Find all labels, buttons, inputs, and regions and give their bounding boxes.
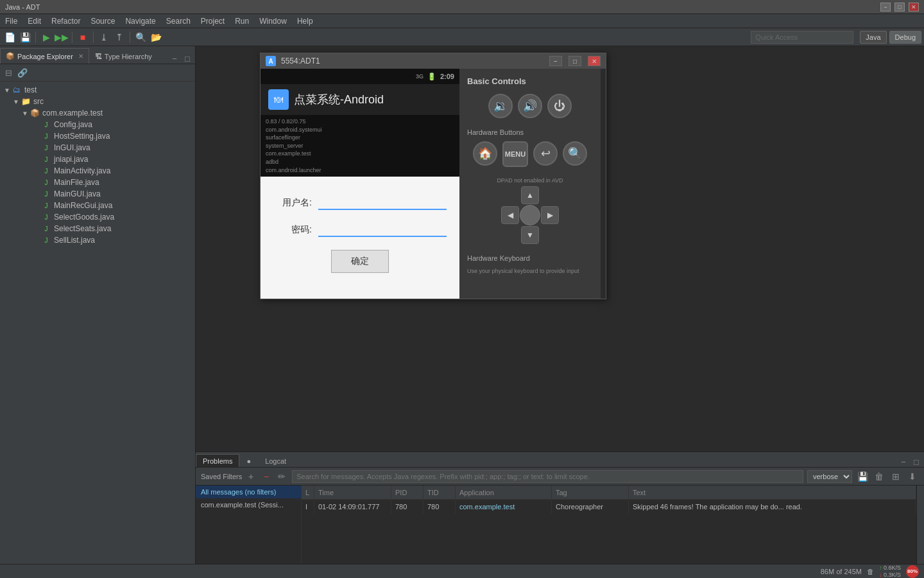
tree-node-src[interactable]: ▼ 📁 src (0, 96, 195, 107)
menu-project[interactable]: Project (196, 14, 230, 28)
link-with-editor-button[interactable]: 🔗 (17, 67, 28, 78)
tree-node-mainactivity[interactable]: J MainActivity.java (0, 165, 195, 177)
java-file-icon-selectgoods: J (41, 212, 51, 222)
node-label-jniapi: jniapi.java (54, 155, 88, 164)
debug-run-button[interactable]: ▶▶ (55, 30, 69, 44)
toolbar: 📄 💾 ▶ ▶▶ ■ ⤓ ⤒ 🔍 📂 Quick Access Java Deb… (0, 28, 924, 46)
controls-title: Basic Controls (467, 76, 593, 86)
stop-button[interactable]: ■ (76, 30, 90, 44)
prev-annotation-button[interactable]: ⤒ (112, 30, 126, 44)
minimize-panel-button[interactable]: − (169, 53, 180, 64)
logcat-scroll-button[interactable]: ⬇ (906, 470, 919, 483)
menu-button[interactable]: MENU (502, 141, 528, 167)
menu-file[interactable]: File (0, 14, 22, 28)
tab-package-explorer[interactable]: 📦 Package Explorer ✕ (0, 48, 89, 64)
avd-close-button[interactable]: ✕ (588, 56, 601, 66)
menu-navigate[interactable]: Navigate (120, 14, 160, 28)
run-button[interactable]: ▶ (39, 30, 53, 44)
process-adbd: adbd (266, 158, 454, 166)
search-button[interactable]: 🔍 (563, 141, 587, 166)
remove-filter-button[interactable]: − (260, 470, 273, 483)
tab-logcat[interactable]: Logcat (258, 454, 293, 467)
bottom-tabs: Problems ● Logcat − □ (196, 452, 924, 468)
left-panel: 📦 Package Explorer ✕ 🏗 Type Hierarchy − … (0, 46, 196, 564)
logcat-verbose-select[interactable]: verbose debug info warn error (807, 470, 852, 483)
col-time: Time (314, 486, 391, 499)
maximize-panel-button[interactable]: □ (182, 53, 193, 64)
tree-node-selectgoods[interactable]: J SelectGoods.java (0, 211, 195, 223)
bottom-minimize-button[interactable]: − (898, 457, 909, 467)
tree-node-maingui[interactable]: J MainGUI.java (0, 188, 195, 200)
mem-indicator: 80% (906, 565, 919, 578)
dpad-right-button[interactable]: ▶ (541, 206, 559, 224)
tree-node-selectseats[interactable]: J SelectSeats.java (0, 223, 195, 234)
username-input[interactable] (318, 196, 447, 210)
logcat-toggle-button[interactable]: ⊞ (889, 470, 902, 483)
logcat-search-input[interactable] (292, 470, 803, 483)
back-button[interactable]: ↩ (533, 141, 558, 166)
dpad-left-button[interactable]: ◀ (501, 206, 519, 224)
menu-window[interactable]: Window (254, 14, 292, 28)
avd-minimize-button[interactable]: − (549, 56, 562, 66)
add-filter-button[interactable]: + (244, 470, 257, 483)
maximize-button[interactable]: □ (894, 3, 905, 12)
collapse-all-button[interactable]: ⊟ (3, 67, 14, 78)
open-resource-button[interactable]: 📂 (149, 30, 163, 44)
bottom-maximize-button[interactable]: □ (911, 457, 921, 467)
close-package-explorer-icon[interactable]: ✕ (78, 53, 83, 60)
menu-edit[interactable]: Edit (22, 14, 46, 28)
open-type-button[interactable]: 🔍 (133, 30, 148, 44)
logcat-save-button[interactable]: 💾 (856, 470, 869, 483)
tree-node-selllist[interactable]: J SellList.java (0, 234, 195, 246)
tree-node-mainfile[interactable]: J MainFile.java (0, 177, 195, 188)
power-button[interactable]: ⏻ (547, 94, 572, 118)
edit-filter-button[interactable]: ✏ (275, 470, 288, 483)
volume-down-button[interactable]: 🔉 (488, 94, 513, 118)
home-button[interactable]: 🏠 (473, 141, 497, 166)
tree-node-mainrecgui[interactable]: J MainRecGui.java (0, 200, 195, 211)
confirm-button[interactable]: 确定 (331, 250, 389, 273)
avd-maximize-button[interactable]: □ (569, 56, 581, 66)
new-button[interactable]: 📄 (3, 30, 17, 44)
minimize-button[interactable]: − (880, 3, 891, 12)
filter-com-example[interactable]: com.example.test (Sessi... (196, 498, 301, 511)
row-tag-0: Choreographer (552, 500, 629, 514)
tree-node-hostsetting[interactable]: J HostSetting.java (0, 130, 195, 142)
tree-node-config[interactable]: J Config.java (0, 119, 195, 130)
close-button[interactable]: ✕ (909, 3, 919, 12)
expand-arrow-test: ▼ (3, 87, 12, 94)
password-row: 密码: (273, 223, 447, 237)
menu-run[interactable]: Run (230, 14, 254, 28)
tab-problems[interactable]: Problems (196, 454, 239, 467)
menu-source[interactable]: Source (85, 14, 120, 28)
filter-all-messages[interactable]: All messages (no filters) (196, 486, 301, 498)
save-button[interactable]: 💾 (18, 30, 32, 44)
node-label-mainactivity: MainActivity.java (54, 166, 110, 175)
debug-perspective-button[interactable]: Debug (889, 31, 921, 44)
dpad-center-button[interactable] (520, 205, 540, 225)
gc-button[interactable]: 🗑 (867, 568, 874, 575)
tab-type-hierarchy[interactable]: 🏗 Type Hierarchy (89, 48, 158, 64)
main-layout: 📦 Package Explorer ✕ 🏗 Type Hierarchy − … (0, 46, 924, 564)
dpad-down-button[interactable]: ▼ (521, 226, 539, 244)
quick-access-input[interactable]: Quick Access (751, 31, 853, 44)
row-level-0: I (302, 500, 314, 514)
network-stats: ↑ 0.6K/S ↓ 0.3K/S (879, 565, 901, 578)
volume-up-button[interactable]: 🔊 (518, 94, 542, 118)
tree-node-ingui[interactable]: J InGUI.java (0, 142, 195, 153)
dpad-up-button[interactable]: ▲ (521, 186, 539, 204)
menu-search[interactable]: Search (161, 14, 196, 28)
java-perspective-button[interactable]: Java (860, 31, 886, 44)
logcat-scrollbar[interactable] (916, 486, 924, 564)
tab-logcat-dot[interactable]: ● (239, 454, 258, 467)
logcat-clear-button[interactable]: 🗑 (873, 470, 886, 483)
logcat-row-0[interactable]: I 01-02 14:09:01.777 780 780 com.example… (302, 500, 916, 514)
next-annotation-button[interactable]: ⤓ (97, 30, 111, 44)
menu-refactor[interactable]: Refactor (46, 14, 85, 28)
logcat-body: All messages (no filters) com.example.te… (196, 486, 924, 564)
tree-node-package[interactable]: ▼ 📦 com.example.test (0, 107, 195, 119)
menu-help[interactable]: Help (292, 14, 318, 28)
tree-node-jniapi[interactable]: J jniapi.java (0, 153, 195, 165)
tree-node-test[interactable]: ▼ 🗂 test (0, 84, 195, 96)
password-input[interactable] (318, 223, 447, 237)
